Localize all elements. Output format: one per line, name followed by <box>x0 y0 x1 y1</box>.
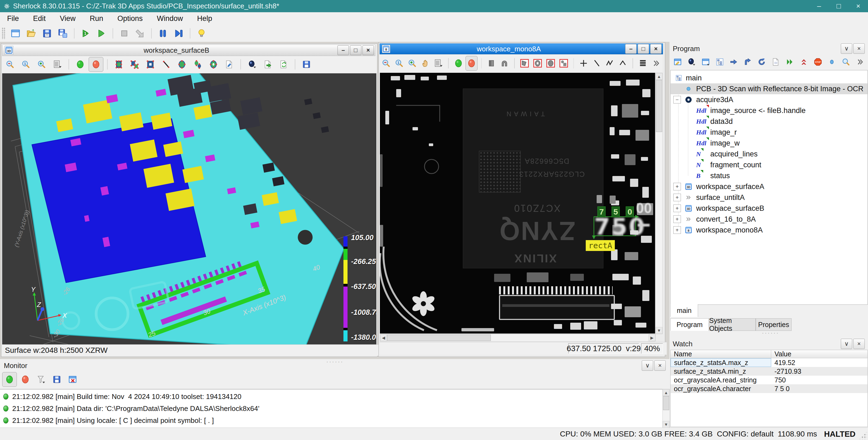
line-icon[interactable] <box>591 56 602 71</box>
live-icon[interactable] <box>73 57 88 72</box>
tree-item-image-r[interactable]: Hdlimage_r <box>671 127 867 138</box>
save-as-icon[interactable] <box>56 26 70 41</box>
surfaceB-titlebar[interactable]: 3D workspace_surfaceB –□× <box>2 44 375 56</box>
menu-edit[interactable]: Edit <box>26 14 53 23</box>
poly-mask-icon[interactable] <box>519 56 530 71</box>
watch-row[interactable]: ocr_grayscaleA.character7 5 0 <box>671 384 867 393</box>
multi-rect-roi-icon[interactable] <box>127 57 142 72</box>
lens-icon[interactable] <box>245 57 259 72</box>
multi-ellipse-roi-icon[interactable] <box>190 57 205 72</box>
surface-3d-view[interactable]: X-Axis (x10^3) (Y-Axis (x10^3)) Y Z X 10… <box>2 73 376 344</box>
resize-grip[interactable] <box>859 431 867 439</box>
ellipse-donut-roi-icon[interactable] <box>206 57 221 72</box>
start-log-icon[interactable] <box>2 372 17 387</box>
mono8A-horizontal-scrollbar[interactable]: ◀ ▶ <box>380 334 656 341</box>
surfaceB-minimize-button[interactable]: – <box>338 45 349 55</box>
mono8A-close-button[interactable]: × <box>650 44 661 54</box>
monitor-collapse-button[interactable]: ∨ <box>642 361 653 371</box>
mask-rect-icon[interactable] <box>486 56 497 71</box>
subroutine-tab-main[interactable]: main <box>670 304 698 317</box>
horizontal-scroll-thumb[interactable] <box>387 335 491 341</box>
tree-item-workspace-mono8a[interactable]: +8workspace_mono8A <box>671 225 867 235</box>
expand-expander-icon[interactable]: + <box>673 194 681 201</box>
new-program-icon[interactable] <box>8 26 23 41</box>
app-close-button[interactable]: × <box>848 0 868 12</box>
mono8A-titlebar[interactable]: 8 workspace_mono8A –□× <box>380 43 663 54</box>
tree-item-data3d[interactable]: Hdldata3d <box>671 116 867 127</box>
reload-image-icon[interactable] <box>276 57 291 72</box>
run-to-icon[interactable] <box>783 55 797 69</box>
scroll-up-arrow-icon[interactable]: ▲ <box>663 389 670 396</box>
menu-view[interactable]: View <box>53 14 83 23</box>
menu-window[interactable]: Window <box>150 14 190 23</box>
watch-row[interactable]: ocr_grayscaleA.read_string750 <box>671 376 867 384</box>
watch-close-button[interactable]: × <box>853 339 865 349</box>
comment-icon[interactable] <box>769 55 782 69</box>
expand-expander-icon[interactable]: + <box>673 215 681 223</box>
ellipse-mask-icon[interactable] <box>545 56 557 71</box>
freeze-icon[interactable] <box>89 57 103 72</box>
zoom-reset-icon[interactable]: 1 <box>393 56 405 71</box>
run-once-icon[interactable]: 1 <box>78 26 93 41</box>
expand-expander-icon[interactable]: + <box>673 226 681 234</box>
menu-file[interactable]: File <box>0 14 26 23</box>
program-collapse-button[interactable]: ∨ <box>841 43 852 54</box>
roi-icon[interactable] <box>685 55 698 69</box>
save-log-icon[interactable] <box>50 372 64 387</box>
menu-help[interactable]: Help <box>190 14 219 23</box>
surfaceB-maximize-button[interactable]: □ <box>350 45 362 55</box>
app-maximize-button[interactable]: □ <box>829 0 848 12</box>
clear-log-icon[interactable] <box>65 372 80 387</box>
more-icon[interactable] <box>854 55 867 69</box>
line-roi-icon[interactable] <box>159 57 174 72</box>
branch-icon[interactable] <box>741 55 754 69</box>
window-icon[interactable] <box>699 55 712 69</box>
export-image-icon[interactable] <box>260 57 275 72</box>
instruction-icon[interactable] <box>671 55 684 69</box>
zoom-in-icon[interactable] <box>34 57 49 72</box>
tree-item-workspace-surfaceb[interactable]: +3Dworkspace_surfaceB <box>671 203 867 214</box>
tree-item-pcb-3d-scan-with-reflectance-8-bit-image-ocr[interactable]: PCB - 3D Scan with Reflectance 8-bit Ima… <box>671 83 867 94</box>
run-icon[interactable] <box>94 26 109 41</box>
scroll-down-arrow-icon[interactable]: ▼ <box>663 421 670 428</box>
live-icon[interactable] <box>453 56 464 71</box>
angle-icon[interactable] <box>617 56 629 71</box>
tab-system-objects[interactable]: System Objects <box>709 318 756 331</box>
monitor-close-button[interactable]: × <box>654 361 666 371</box>
watch-column-name[interactable]: Name <box>671 350 771 358</box>
crosshair-icon[interactable] <box>578 56 590 71</box>
more-icon[interactable] <box>650 56 662 71</box>
mask-arch-icon[interactable] <box>498 56 510 71</box>
scroll-left-arrow-icon[interactable]: ◀ <box>380 334 387 341</box>
watch-column-value[interactable]: Value <box>771 350 867 358</box>
expand-expander-icon[interactable]: + <box>673 205 681 212</box>
ellipse-roi-icon[interactable] <box>175 57 189 72</box>
combo-mask-icon[interactable] <box>558 56 570 71</box>
tree-item-acquire3da[interactable]: −acquire3dA <box>671 94 867 105</box>
pan-icon[interactable] <box>419 56 431 71</box>
zoom-in-icon[interactable] <box>406 56 418 71</box>
rect-donut-roi-icon[interactable] <box>143 57 158 72</box>
expand-expander-icon[interactable]: + <box>673 183 681 191</box>
stop-icon[interactable] <box>117 26 132 41</box>
save-image-icon[interactable] <box>299 57 314 72</box>
menu-run[interactable]: Run <box>83 14 111 23</box>
tree-item-surface-untilta[interactable]: +surface_untiltA <box>671 192 867 203</box>
donut-mask-icon[interactable] <box>532 56 544 71</box>
pixel-grid-icon[interactable] <box>50 57 65 72</box>
tree-item-status[interactable]: Bstatus <box>671 170 867 181</box>
tree-item-main[interactable]: main <box>671 72 867 83</box>
scroll-right-arrow-icon[interactable]: ▶ <box>649 334 655 341</box>
menu-options[interactable]: Options <box>111 14 150 23</box>
mono8A-minimize-button[interactable]: – <box>625 44 637 54</box>
freeze-icon[interactable] <box>466 56 477 71</box>
pixel-grid-icon[interactable] <box>432 56 444 71</box>
mono8-image-view[interactable]: TAIWAND5C66628ACLG225ARX2213XC7Z010ZYNQX… <box>380 73 655 334</box>
mono8A-maximize-button[interactable]: □ <box>638 44 649 54</box>
flowchart-icon[interactable] <box>713 55 726 69</box>
breakpoint-icon[interactable] <box>825 55 838 69</box>
program-close-button[interactable]: × <box>853 43 865 54</box>
filter-icon[interactable] <box>34 372 49 387</box>
monitor-scroll-thumb[interactable] <box>663 396 669 410</box>
tab-program[interactable]: Program <box>670 318 709 331</box>
